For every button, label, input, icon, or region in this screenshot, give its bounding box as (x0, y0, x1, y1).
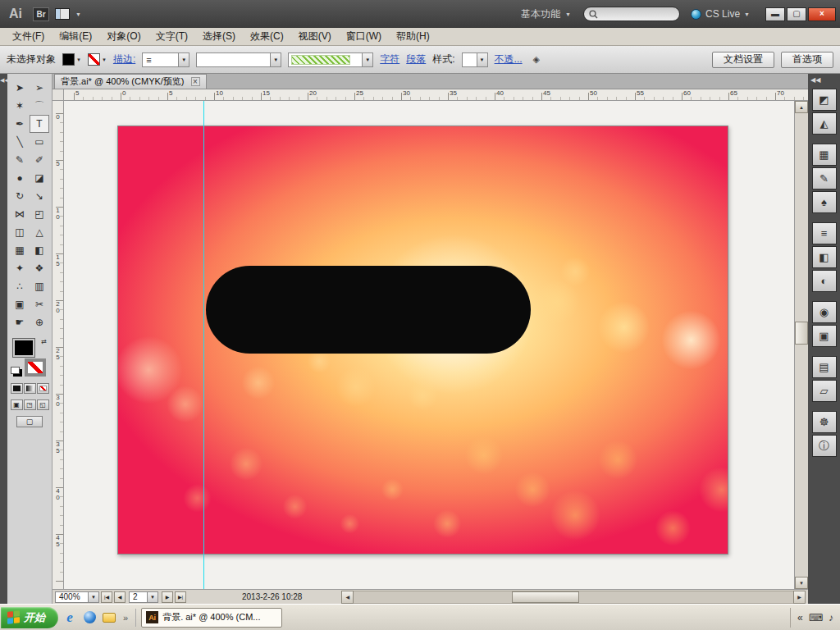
appearance-icon[interactable]: ◉ (812, 301, 837, 323)
start-button[interactable]: 开始 (1, 607, 58, 628)
perspective-grid-tool[interactable]: △ (30, 223, 49, 241)
zoom-level-select[interactable]: 400% ▼ (55, 591, 99, 603)
menu-item[interactable]: 窗口(W) (339, 28, 389, 45)
brush-definition-select[interactable]: ▼ (288, 52, 373, 67)
ruler-origin-corner[interactable] (52, 89, 64, 101)
color-button[interactable] (11, 383, 23, 394)
horizontal-scrollbar[interactable]: ◀ ▶ (341, 591, 806, 604)
explorer-quicklaunch-icon[interactable] (101, 609, 117, 626)
scroll-left-icon[interactable]: ◀ (341, 591, 354, 604)
menu-item[interactable]: 编辑(E) (52, 28, 99, 45)
variable-width-profile-select[interactable]: ▼ (196, 52, 281, 67)
blend-tool[interactable]: ❖ (30, 259, 49, 277)
quicklaunch-overflow-icon[interactable]: » (121, 613, 130, 623)
fill-color-box[interactable] (13, 339, 34, 357)
hand-tool[interactable]: ☛ (10, 313, 30, 331)
arrange-documents-arrow-icon[interactable]: ▼ (75, 11, 81, 17)
stroke-color-control[interactable]: ▼ (88, 53, 107, 66)
draw-behind-button[interactable]: ◳ (24, 399, 36, 410)
document-setup-button[interactable]: 文档设置 (712, 52, 774, 68)
horizontal-scroll-track[interactable] (354, 591, 793, 604)
zoom-tool[interactable]: ⊕ (30, 313, 49, 331)
artboard-tool[interactable]: ▣ (10, 295, 30, 313)
scroll-up-icon[interactable]: ▲ (795, 101, 808, 113)
vertical-guide-line[interactable] (203, 101, 204, 589)
opacity-panel-link[interactable]: 不透... (495, 52, 523, 66)
stroke-width-select[interactable]: ≡ ▼ (142, 52, 189, 67)
pen-tool[interactable]: ✒ (10, 115, 30, 133)
graphic-style-select[interactable]: ▼ (462, 52, 488, 67)
horizontal-scroll-thumb[interactable] (512, 591, 579, 603)
close-button[interactable]: × (808, 7, 836, 21)
scale-tool[interactable]: ↘ (30, 187, 49, 205)
layers-icon[interactable]: ▤ (812, 356, 837, 378)
expand-panels-icon[interactable]: ◀◀ (808, 76, 820, 84)
artboard-number-select[interactable]: 2 ▼ (129, 591, 158, 603)
default-colors-icon[interactable] (11, 367, 20, 374)
previous-artboard-button[interactable]: ◀ (114, 591, 126, 603)
character-panel-link[interactable]: 字符 (380, 52, 399, 66)
symbol-sprayer-tool[interactable]: ∴ (10, 277, 30, 295)
line-tool[interactable]: ╲ (10, 133, 30, 151)
illustrator-task-button[interactable]: Ai 背景. ai* @ 400% (CM... (141, 608, 282, 628)
internet-explorer-icon[interactable]: e (62, 609, 78, 626)
stroke-icon[interactable]: ≡ (812, 222, 837, 244)
width-tool[interactable]: ⋈ (10, 205, 30, 223)
restore-button[interactable]: ▢ (787, 7, 806, 21)
tab-close-icon[interactable]: × (191, 77, 200, 86)
menu-item[interactable]: 效果(C) (243, 28, 291, 45)
menu-item[interactable]: 视图(V) (291, 28, 339, 45)
last-artboard-button[interactable]: ▶| (175, 591, 186, 603)
tray-expand-icon[interactable]: « (797, 612, 803, 623)
artboards-icon[interactable]: ▱ (812, 380, 837, 402)
document-tab[interactable]: 背景.ai* @ 400% (CMYK/预览) × (54, 74, 207, 89)
menu-item[interactable]: 选择(S) (195, 28, 243, 45)
transparency-icon[interactable]: ◐ (812, 270, 837, 292)
free-transform-tool[interactable]: ◰ (30, 205, 49, 223)
symbols-icon[interactable]: ♠ (812, 191, 837, 213)
blob-brush-tool[interactable]: ● (10, 169, 30, 187)
next-artboard-button[interactable]: ▶ (162, 591, 173, 603)
minimize-button[interactable]: ▬ (765, 7, 785, 21)
rotate-tool[interactable]: ↻ (10, 187, 30, 205)
draw-normal-button[interactable]: ▣ (11, 399, 23, 410)
column-graph-tool[interactable]: ▥ (30, 277, 49, 295)
menu-item[interactable]: 帮助(H) (389, 28, 437, 45)
keyboard-input-icon[interactable]: ⌨ (809, 612, 823, 623)
navigator-icon[interactable]: ☸ (812, 411, 837, 433)
cs-live-button[interactable]: CS Live ▼ (686, 8, 755, 20)
menu-item[interactable]: 对象(O) (99, 28, 148, 45)
eraser-tool[interactable]: ◪ (30, 169, 49, 187)
stroke-color-box[interactable] (25, 358, 46, 377)
scroll-right-icon[interactable]: ▶ (793, 591, 806, 604)
screen-mode-button[interactable]: ▢ (16, 416, 43, 427)
gradient-icon[interactable]: ◧ (812, 246, 837, 268)
vertical-scroll-track[interactable] (795, 113, 808, 577)
preferences-button[interactable]: 首选项 (781, 52, 833, 68)
first-artboard-button[interactable]: |◀ (101, 591, 112, 603)
menu-item[interactable]: 文件(F) (5, 28, 52, 45)
magic-wand-tool[interactable]: ✶ (10, 97, 30, 115)
volume-icon[interactable]: ♪ (829, 612, 833, 623)
color-guide-icon[interactable]: ◭ (812, 112, 837, 135)
vertical-scroll-thumb[interactable] (795, 322, 808, 345)
brushes-icon[interactable]: ✎ (812, 167, 837, 189)
black-rounded-rectangle-shape[interactable] (206, 266, 531, 354)
paintbrush-tool[interactable]: ✎ (10, 151, 30, 169)
search-input[interactable] (583, 7, 680, 21)
arrange-documents-icon[interactable] (55, 8, 70, 20)
pencil-tool[interactable]: ✐ (30, 151, 49, 169)
info-icon[interactable]: ⓘ (812, 435, 837, 457)
shape-builder-tool[interactable]: ◫ (10, 223, 30, 241)
fill-color-control[interactable]: ▼ (62, 53, 81, 66)
bridge-icon[interactable]: Br (33, 7, 49, 21)
color-panel-icon[interactable]: ◩ (812, 89, 837, 111)
browser-quicklaunch-icon[interactable] (81, 609, 98, 626)
vertical-scrollbar[interactable]: ▲ ▼ (794, 101, 808, 589)
selection-tool[interactable]: ➤ (10, 79, 30, 97)
swap-fill-stroke-icon[interactable]: ⇄ (41, 338, 47, 345)
lasso-tool[interactable]: ⌒ (30, 97, 49, 115)
artboard[interactable] (117, 126, 728, 555)
type-tool[interactable]: T (30, 115, 49, 133)
stroke-panel-link[interactable]: 描边: (113, 52, 135, 66)
